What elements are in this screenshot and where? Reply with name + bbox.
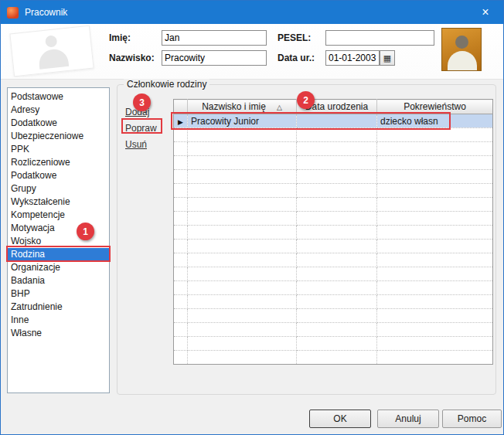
sidebar-item-zatrudnienie[interactable]: Zatrudnienie [8,301,109,314]
table-row-empty[interactable] [174,351,493,365]
sidebar-item-podatkowe[interactable]: Podatkowe [8,169,109,182]
nazwisko-label: Nazwisko: [109,53,155,63]
sidebar-item-grupy[interactable]: Grupy [8,182,109,195]
pracownik-dialog: Pracownik × Imię: Nazwisko: PESEL: Data … [0,0,504,435]
category-list: Podstawowe Adresy Dodatkowe Ubezpieczeni… [7,87,110,393]
sidebar-item-wyksztalcenie[interactable]: Wykształcenie [8,195,109,209]
data-ur-input[interactable] [325,50,380,66]
annotation-badge-2: 2 [297,91,315,109]
table-row-empty[interactable] [174,184,493,198]
sidebar-item-organizacje[interactable]: Organizacje [8,261,109,274]
annotation-rect-selected-row [171,112,451,130]
annotation-rect-popraw [121,118,162,134]
ok-button[interactable]: OK [309,410,371,428]
sidebar-item-ppk[interactable]: PPK [8,143,109,156]
sidebar-item-inne[interactable]: Inne [8,314,109,327]
sidebar-item-podstawowe[interactable]: Podstawowe [8,90,109,104]
table-row-empty[interactable] [174,156,493,170]
titlebar[interactable]: Pracownik × [1,1,503,24]
sidebar-item-rozliczeniowe[interactable]: Rozliczeniowe [8,156,109,169]
table-row-empty[interactable] [174,309,493,323]
avatar[interactable] [441,28,482,71]
usun-link[interactable]: Usuń [125,139,147,150]
sidebar-item-wlasne[interactable]: Własne [8,327,109,340]
pesel-label: PESEL: [278,32,311,43]
table-row-empty[interactable] [174,212,493,226]
pesel-input[interactable] [325,30,434,46]
table-row-empty[interactable] [174,295,493,309]
nazwisko-input[interactable] [162,50,267,66]
family-table: Nazwisko i imię△ Data urodzenia Pokrewie… [173,99,493,365]
avatar-person-icon [455,36,468,49]
table-row-empty[interactable] [174,198,493,212]
table-row-empty[interactable] [174,323,493,337]
sidebar-item-ubezpieczeniowe[interactable]: Ubezpieczeniowe [8,130,109,143]
close-icon[interactable]: × [468,1,503,24]
sidebar-item-bhp[interactable]: BHP [8,287,109,301]
family-groupbox: Członkowie rodziny Dodaj Popraw Usuń Naz… [117,84,496,395]
family-table-body: ▶ Pracowity Junior dziecko własn [174,114,493,365]
groupbox-title: Członkowie rodziny [124,79,209,90]
person-ghost-icon [9,25,94,76]
table-row-empty[interactable] [174,226,493,240]
imie-label: Imię: [109,32,131,43]
sidebar-item-kompetencje[interactable]: Kompetencje [8,209,109,222]
sidebar-item-adresy[interactable]: Adresy [8,104,109,117]
annotation-rect-rodzina [6,246,111,262]
anuluj-button[interactable]: Anuluj [377,410,439,428]
header-panel: Imię: Nazwisko: PESEL: Data ur.: ▦ [1,24,503,80]
table-row-empty[interactable] [174,128,493,142]
sidebar-item-dodatkowe[interactable]: Dodatkowe [8,117,109,130]
sidebar-item-badania[interactable]: Badania [8,274,109,287]
imie-input[interactable] [162,30,267,46]
window-title: Pracownik [25,7,468,18]
data-ur-label: Data ur.: [278,53,315,63]
table-row-empty[interactable] [174,240,493,253]
annotation-badge-1: 1 [77,223,94,240]
photo-watermark [7,25,101,77]
table-row-empty[interactable] [174,337,493,351]
app-icon [7,7,19,19]
pomoc-button[interactable]: Pomoc [442,410,502,428]
table-row-empty[interactable] [174,267,493,281]
table-row-empty[interactable] [174,142,493,156]
table-row-empty[interactable] [174,281,493,295]
table-row-empty[interactable] [174,253,493,267]
annotation-badge-3: 3 [133,93,151,111]
table-row-empty[interactable] [174,170,493,184]
calendar-icon[interactable]: ▦ [380,50,395,66]
sort-ascending-icon: △ [277,104,282,111]
